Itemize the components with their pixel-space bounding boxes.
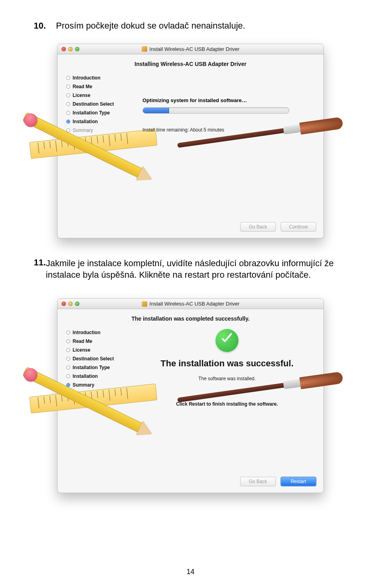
- sidebar-item-destination: Destination Select: [66, 100, 133, 108]
- sidebar-item-introduction: Introduction: [66, 74, 133, 82]
- page-number: 14: [0, 568, 381, 576]
- sidebar-item-installation: Installation: [66, 117, 133, 126]
- window-controls[interactable]: [62, 302, 79, 306]
- window-title: Install Wireless-AC USB Adapter Driver: [150, 46, 240, 52]
- step-text: Prosím počkejte dokud se ovladač nenains…: [56, 20, 245, 32]
- go-back-button[interactable]: Go Back: [240, 222, 276, 232]
- go-back-button[interactable]: Go Back: [240, 477, 276, 486]
- sidebar-item-readme: Read Me: [66, 82, 133, 91]
- window-titlebar: Install Wireless-AC USB Adapter Driver: [58, 44, 323, 54]
- installer-subtitle: The installation was completed successfu…: [58, 309, 323, 324]
- window-titlebar: Install Wireless-AC USB Adapter Driver: [58, 299, 323, 309]
- step-number: 10.: [34, 21, 56, 31]
- zoom-icon[interactable]: [75, 47, 79, 51]
- close-icon[interactable]: [62, 302, 66, 306]
- sidebar-item-install-type: Installation Type: [66, 363, 133, 372]
- installer-subtitle: Installing Wireless-AC USB Adapter Drive…: [58, 54, 323, 70]
- restart-button[interactable]: Restart: [281, 477, 316, 486]
- sidebar-item-license: License: [66, 91, 133, 100]
- progress-bar-fill: [143, 108, 169, 113]
- installer-sidebar: Introduction Read Me License Destination…: [58, 70, 133, 213]
- sidebar-item-license: License: [66, 346, 133, 354]
- step-text: Jakmile je instalace kompletní, uvidíte …: [46, 257, 347, 281]
- time-remaining-label: Install time remaining: About 5 minutes: [142, 127, 312, 133]
- zoom-icon[interactable]: [75, 302, 79, 306]
- installer-sidebar: Introduction Read Me License Destination…: [58, 324, 133, 467]
- sidebar-item-destination: Destination Select: [66, 354, 133, 363]
- success-subtext: The software was installed.: [142, 376, 312, 381]
- step-number: 11.: [34, 257, 46, 268]
- restart-instruction: Click Restart to finish installing the s…: [142, 401, 312, 407]
- window-title: Install Wireless-AC USB Adapter Driver: [150, 301, 240, 307]
- progress-bar: [142, 107, 289, 114]
- screenshot-installing: Install Wireless-AC USB Adapter Driver I…: [34, 44, 347, 238]
- step-11: 11. Jakmile je instalace kompletní, uvid…: [34, 257, 347, 281]
- sidebar-item-install-type: Installation Type: [66, 108, 133, 117]
- window-controls[interactable]: [62, 47, 79, 51]
- package-icon: [142, 301, 147, 307]
- success-heading: The installation was successful.: [142, 358, 312, 369]
- sidebar-item-introduction: Introduction: [66, 328, 133, 337]
- sidebar-item-summary: Summary: [66, 381, 133, 389]
- sidebar-item-summary: Summary: [66, 126, 133, 135]
- continue-button[interactable]: Continue: [281, 222, 316, 232]
- package-icon: [142, 46, 147, 52]
- sidebar-item-readme: Read Me: [66, 337, 133, 346]
- sidebar-item-installation: Installation: [66, 372, 133, 381]
- minimize-icon[interactable]: [68, 302, 73, 306]
- step-10: 10. Prosím počkejte dokud se ovladač nen…: [34, 20, 347, 32]
- checkmark-icon: [216, 329, 239, 352]
- progress-status-label: Optimizing system for installed software…: [142, 97, 312, 103]
- minimize-icon[interactable]: [68, 47, 73, 51]
- close-icon[interactable]: [62, 47, 66, 51]
- screenshot-success: Install Wireless-AC USB Adapter Driver T…: [34, 298, 347, 493]
